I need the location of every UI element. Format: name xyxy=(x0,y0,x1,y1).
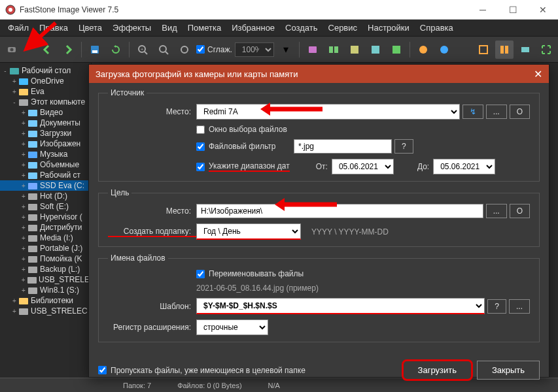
download-button[interactable]: Загрузить xyxy=(402,359,473,381)
expand-icon[interactable]: + xyxy=(20,276,27,284)
zoom-fit-icon[interactable] xyxy=(175,41,194,59)
menu-Правка[interactable]: Правка xyxy=(34,23,73,33)
tree-item[interactable]: +Музыка xyxy=(0,149,91,159)
settings-icon[interactable] xyxy=(414,41,432,59)
fullscreen-icon[interactable] xyxy=(537,41,555,59)
expand-icon[interactable]: + xyxy=(20,109,27,116)
tree-item[interactable]: -Этот компьюте xyxy=(0,97,91,107)
expand-icon[interactable]: + xyxy=(20,235,27,242)
expand-icon[interactable]: + xyxy=(20,224,27,231)
close-button[interactable]: Закрыть xyxy=(477,361,540,380)
menu-Вид[interactable]: Вид xyxy=(156,23,183,33)
expand-icon[interactable]: + xyxy=(20,182,27,189)
template-more-button[interactable]: ... xyxy=(509,299,530,314)
filter-help-button[interactable]: ? xyxy=(394,139,413,154)
tree-item[interactable]: +Помойка (K xyxy=(0,253,91,264)
dialog-close-icon[interactable]: ✕ xyxy=(534,68,542,80)
view1-icon[interactable] xyxy=(474,41,493,59)
menu-Настройки[interactable]: Настройки xyxy=(362,23,415,33)
expand-icon[interactable]: + xyxy=(20,130,27,137)
expand-icon[interactable]: - xyxy=(1,67,9,74)
zoom-select[interactable]: 100% xyxy=(235,42,274,57)
tree-item[interactable]: +Hot (D:) xyxy=(0,191,91,201)
date-to-select[interactable]: 05.06.2021 xyxy=(433,159,495,174)
zoom-in-icon[interactable]: + xyxy=(133,41,152,59)
tree-item[interactable]: +Видео xyxy=(0,107,91,118)
file-filter-checkbox[interactable] xyxy=(196,142,205,151)
expand-icon[interactable]: + xyxy=(20,161,27,169)
smooth-checkbox[interactable] xyxy=(196,45,205,54)
expand-icon[interactable]: - xyxy=(10,99,18,106)
date-range-checkbox[interactable] xyxy=(196,163,205,171)
view3-icon[interactable] xyxy=(516,41,534,59)
source-o-button[interactable]: O xyxy=(510,105,530,119)
refresh-device-button[interactable]: ↯ xyxy=(462,105,483,119)
menu-Справка[interactable]: Справка xyxy=(415,23,459,33)
rename-checkbox[interactable] xyxy=(196,270,205,278)
expand-icon[interactable]: + xyxy=(20,245,27,252)
tree-item[interactable]: +Portable (J:) xyxy=(0,243,91,253)
help-icon[interactable] xyxy=(435,41,453,59)
reload-icon[interactable] xyxy=(107,41,125,59)
expand-icon[interactable]: + xyxy=(10,88,18,95)
menu-Цвета[interactable]: Цвета xyxy=(73,23,107,33)
expand-icon[interactable]: + xyxy=(10,78,18,85)
tree-item[interactable]: +Библиотеки xyxy=(0,295,91,306)
acquire-icon[interactable] xyxy=(3,41,21,59)
tree-item[interactable]: +Рабочий ст xyxy=(0,170,91,180)
expand-icon[interactable]: + xyxy=(20,193,27,200)
save-icon[interactable] xyxy=(86,41,104,59)
date-from-select[interactable]: 05.06.2021 xyxy=(332,159,394,174)
tree-item[interactable]: +USB_STRELEC xyxy=(0,306,91,316)
tool5-icon[interactable] xyxy=(387,41,406,59)
template-select[interactable]: $Y-$M-$D_$H.$N.$S xyxy=(196,298,485,314)
tree-item[interactable]: +Загрузки xyxy=(0,128,91,139)
menu-Создать[interactable]: Создать xyxy=(280,23,323,33)
expand-icon[interactable]: + xyxy=(20,172,27,179)
file-selection-checkbox[interactable] xyxy=(196,125,205,134)
dropdown-icon[interactable]: ▾ xyxy=(277,41,295,59)
back-icon[interactable] xyxy=(38,41,56,59)
minimize-button[interactable]: ─ xyxy=(468,0,498,20)
case-select[interactable]: строчные xyxy=(196,319,268,335)
folder-tree[interactable]: -Рабочий стол+OneDrive+Eva-Этот компьюте… xyxy=(0,63,92,392)
slideshow-icon[interactable] xyxy=(304,41,322,59)
dest-o-button[interactable]: O xyxy=(510,204,530,218)
expand-icon[interactable]: + xyxy=(20,140,27,148)
tree-item[interactable]: +Документы xyxy=(0,118,91,128)
menu-Избранное[interactable]: Избранное xyxy=(226,23,280,33)
menu-Файл[interactable]: Файл xyxy=(3,23,34,33)
expand-icon[interactable]: + xyxy=(20,255,27,263)
forward-icon[interactable] xyxy=(59,41,77,59)
tree-item[interactable]: +USB_STRELE xyxy=(0,274,91,285)
maximize-button[interactable]: ☐ xyxy=(498,0,528,20)
filter-input[interactable] xyxy=(294,139,392,154)
view2-icon[interactable] xyxy=(495,41,514,59)
close-window-button[interactable]: ✕ xyxy=(528,0,558,20)
expand-icon[interactable]: + xyxy=(20,214,27,221)
expand-icon[interactable]: + xyxy=(20,120,27,127)
tree-item[interactable]: +Media (I:) xyxy=(0,233,91,243)
browse-dest-button[interactable]: ... xyxy=(486,204,507,218)
expand-icon[interactable]: + xyxy=(20,287,27,294)
tree-item[interactable]: +Hypervisor ( xyxy=(0,212,91,222)
menu-Эффекты[interactable]: Эффекты xyxy=(107,23,156,33)
template-help-button[interactable]: ? xyxy=(487,299,506,314)
tree-item[interactable]: +OneDrive xyxy=(0,76,91,86)
tool4-icon[interactable] xyxy=(366,41,385,59)
tree-item[interactable]: +Дистрибути xyxy=(0,222,91,233)
expand-icon[interactable]: + xyxy=(10,297,18,304)
tree-item[interactable]: +Backup (L:) xyxy=(0,264,91,274)
tree-item[interactable]: +Eva xyxy=(0,86,91,97)
tree-item[interactable]: +Объемные xyxy=(0,159,91,170)
tree-item[interactable]: +Soft (E:) xyxy=(0,201,91,212)
tree-item[interactable]: -Рабочий стол xyxy=(0,65,91,76)
expand-icon[interactable]: + xyxy=(10,308,18,315)
browse-source-button[interactable]: ... xyxy=(486,105,507,119)
tree-item[interactable]: +SSD Eva (C: xyxy=(0,180,91,191)
tool3-icon[interactable] xyxy=(345,41,364,59)
device-select[interactable]: Redmi 7A xyxy=(196,104,460,120)
subfolder-select[interactable]: Год \ День xyxy=(196,223,301,240)
expand-icon[interactable]: + xyxy=(20,151,27,158)
skip-existing-checkbox[interactable] xyxy=(98,366,107,374)
